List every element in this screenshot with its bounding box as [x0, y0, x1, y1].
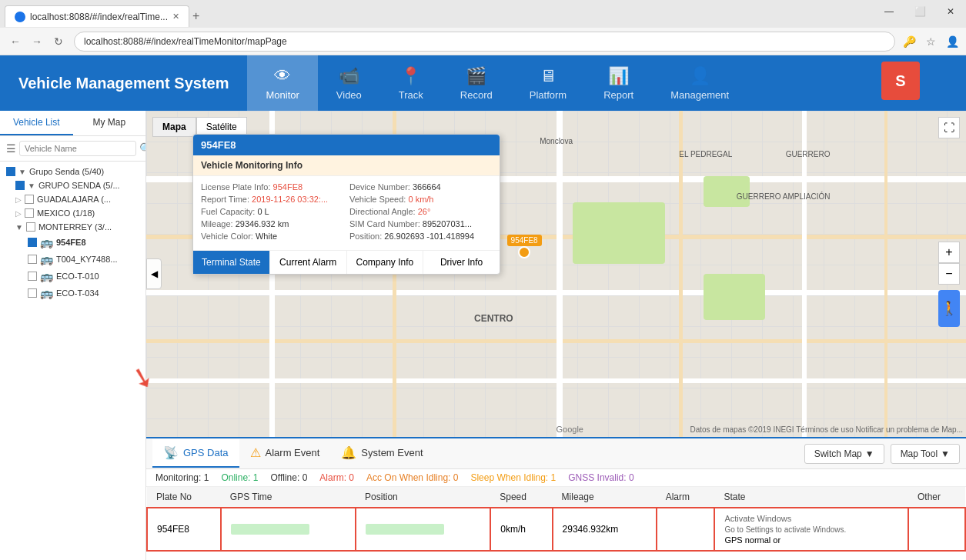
url-input[interactable]	[74, 32, 895, 52]
tree-item-mexico[interactable]: ▷ MEXICO (1/18)	[0, 206, 145, 220]
profile-icon[interactable]: 👤	[944, 34, 960, 49]
gnss-label: GNSS Invalid:	[568, 472, 626, 483]
label-mexico: MEXICO (1/18)	[37, 208, 95, 218]
popup-row-4: Mileage: 29346.932 km SIM Card Number: 8…	[201, 219, 492, 228]
switch-map-button[interactable]: Switch Map ▼	[804, 444, 884, 464]
tree-item-grupo-senda-sub[interactable]: ▼ GRUPO SENDA (5/...	[0, 178, 145, 192]
expand-l2-1[interactable]: ▷	[15, 195, 22, 204]
tree-item-guadalajara[interactable]: ▷ GUADALAJARA (...	[0, 192, 145, 206]
nav-item-management[interactable]: 👤 Management	[652, 55, 747, 111]
map-type-mapa[interactable]: Mapa	[152, 117, 196, 137]
popup-tab-driver[interactable]: Driver Info	[423, 251, 500, 274]
tree-item-954fe8[interactable]: 🚌 954FE8	[0, 234, 145, 251]
bookmark-icon[interactable]: ☆	[923, 34, 938, 49]
sleep-label: Sleep When Idling:	[470, 472, 548, 483]
tree-item-monterrey[interactable]: ▼ MONTERREY (3/...	[0, 220, 145, 234]
nav-item-monitor[interactable]: 👁 Monitor	[247, 55, 317, 111]
maximize-button[interactable]: ⬜	[904, 0, 935, 23]
nav-item-platform[interactable]: 🖥 Platform	[511, 55, 585, 111]
gnss-value: 0	[629, 472, 634, 483]
tree-item-eco10[interactable]: 🚌 ECO-T-010	[0, 268, 145, 285]
popup-angle: Directional Angle: 26°	[349, 207, 492, 216]
reload-button[interactable]: ↻	[49, 32, 68, 51]
back-button[interactable]: ←	[6, 32, 25, 51]
nav-label-monitor: Monitor	[266, 89, 299, 101]
list-icon[interactable]: ☰	[6, 142, 16, 155]
road-v5	[802, 111, 807, 437]
table-row[interactable]: 954FE8 ████████████ ████████████ 0km/h 2…	[147, 508, 965, 551]
tab-my-map[interactable]: My Map	[73, 111, 146, 135]
checkbox-eco34[interactable]	[28, 288, 37, 298]
search-icon[interactable]: 🔍	[139, 142, 146, 155]
tab-vehicle-list[interactable]: Vehicle List	[0, 111, 73, 135]
checkbox-eco10[interactable]	[28, 272, 37, 281]
new-tab-button[interactable]: +	[192, 10, 199, 22]
popup-tab-terminal[interactable]: Terminal State	[193, 251, 270, 274]
col-speed: Speed	[490, 487, 552, 508]
expand-l2-2[interactable]: ▷	[15, 209, 22, 218]
checkbox-t004[interactable]	[28, 255, 37, 264]
col-plate-no: Plate No	[147, 487, 221, 508]
map-tool-button[interactable]: Map Tool ▼	[891, 444, 960, 464]
search-input[interactable]	[19, 141, 136, 156]
map-collapse-button[interactable]: ◀	[146, 258, 162, 289]
expand-l2-3[interactable]: ▼	[15, 223, 23, 232]
tab-system-event[interactable]: 🔔 System Event	[330, 439, 433, 468]
checkbox-guadalajara[interactable]	[25, 195, 34, 204]
label-eco10: ECO-T-010	[56, 272, 99, 281]
sidebar-tabs: Vehicle List My Map	[0, 111, 145, 136]
popup-fuel-value: 0 L	[257, 207, 269, 216]
popup-position-label: Position:	[349, 232, 382, 241]
popup-sim-label: SIM Card Number:	[349, 219, 420, 228]
key-icon[interactable]: 🔑	[901, 34, 917, 49]
popup-tab-alarm[interactable]: Current Alarm	[270, 251, 347, 274]
forward-button[interactable]: →	[28, 32, 46, 51]
col-position: Position	[356, 487, 490, 508]
popup-title: Vehicle Monitoring Info	[193, 155, 500, 176]
zoom-out-button[interactable]: −	[938, 263, 960, 285]
nav-avatar[interactable]: S	[881, 62, 920, 100]
window-controls: — ⬜ ✕	[874, 0, 966, 23]
nav-item-report[interactable]: 📊 Report	[585, 55, 652, 111]
cell-state: Activate Windows Go to Settings to activ…	[714, 508, 908, 551]
tree-item-eco34[interactable]: 🚌 ECO-T-034	[0, 285, 145, 302]
nav-item-video[interactable]: 📹 Video	[318, 55, 380, 111]
fullscreen-button[interactable]: ⛶	[938, 117, 960, 138]
checkbox-grupo[interactable]	[6, 167, 15, 176]
checkbox-grupo-sub[interactable]	[15, 181, 25, 190]
popup-tab-company[interactable]: Company Info	[347, 251, 424, 274]
close-tab-button[interactable]: ✕	[172, 12, 179, 22]
checkbox-monterrey[interactable]	[26, 222, 35, 232]
popup-row-1: License Plate Info: 954FE8 Device Number…	[201, 182, 492, 192]
sleep-value: 1	[551, 472, 557, 483]
popup-device-label: Device Number:	[349, 182, 410, 192]
position-redacted: ████████████	[366, 524, 444, 535]
nav-item-track[interactable]: 📍 Track	[380, 55, 442, 111]
expand-grupo[interactable]: ▼	[18, 168, 26, 176]
minimize-button[interactable]: —	[874, 0, 904, 23]
street-view-button[interactable]: 🚶	[938, 290, 960, 327]
popup-position: Position: 26.902693 -101.418994	[349, 232, 492, 241]
browser-tab[interactable]: localhost:8088/#/index/realTime... ✕	[5, 5, 189, 27]
tab-alarm-event[interactable]: ⚠ Alarm Event	[239, 439, 331, 468]
map-zoom-controls: + −	[938, 242, 960, 285]
management-icon: 👤	[690, 66, 710, 86]
popup-body: License Plate Info: 954FE8 Device Number…	[193, 176, 500, 250]
nav-item-record[interactable]: 🎬 Record	[442, 55, 511, 111]
checkbox-mexico[interactable]	[25, 208, 34, 218]
checkbox-954fe8[interactable]	[28, 238, 37, 247]
tab-gps-data[interactable]: 📡 GPS Data	[152, 439, 239, 468]
app-title: Vehicle Management System	[0, 55, 247, 111]
map-view[interactable]: Monclova CENTRO EL PEDREGAL GUERRERO GUE…	[146, 111, 966, 437]
popup-row-2: Report Time: 2019-11-26 03:32:... Vehicl…	[201, 195, 492, 204]
vehicle-popup: 954FE8 Vehicle Monitoring Info License P…	[192, 134, 500, 275]
map-label-guerrero: GUERRERO	[786, 150, 831, 158]
popup-color-label: Vehicle Color:	[201, 232, 253, 241]
zoom-in-button[interactable]: +	[938, 242, 960, 263]
expand-grupo-sub[interactable]: ▼	[28, 182, 35, 190]
monitoring-value: 1	[204, 472, 209, 483]
tree-item-grupo-senda[interactable]: ▼ Grupo Senda (5/40)	[0, 165, 145, 178]
label-grupo: Grupo Senda (5/40)	[29, 167, 104, 176]
close-button[interactable]: ✕	[935, 0, 966, 23]
tree-item-t004[interactable]: 🚌 T004_KY7488...	[0, 251, 145, 268]
